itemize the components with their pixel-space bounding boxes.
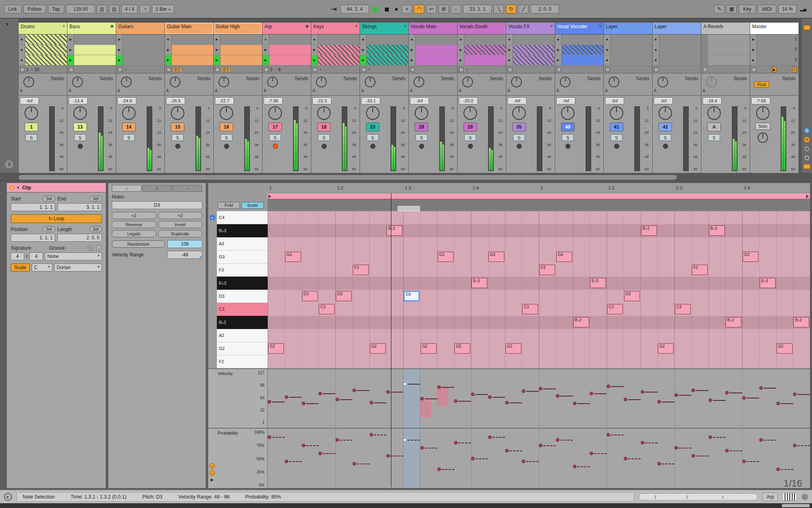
solo-button[interactable]: S (659, 134, 671, 141)
send-a-knob[interactable] (170, 77, 180, 87)
volume-display[interactable]: -26.5 (166, 97, 185, 104)
stop-all-clips-button[interactable] (508, 67, 512, 72)
probability-dot[interactable] (691, 454, 695, 458)
clip-slot[interactable]: ■ (653, 55, 701, 65)
scrub-bar[interactable] (268, 193, 810, 199)
probability-dot[interactable] (556, 438, 559, 442)
probability-label[interactable]: Probability (218, 431, 238, 435)
solo-button[interactable]: S (269, 134, 281, 141)
back-to-arrangement-icon[interactable]: ▶ (772, 67, 777, 72)
clip-end-field[interactable]: 3. 1. 1 (57, 203, 102, 211)
velocity-dot[interactable] (420, 397, 424, 400)
solo-cue-badge[interactable]: S (804, 127, 810, 134)
velocity-dot[interactable] (691, 389, 695, 392)
clip-slot[interactable]: ▶ (67, 35, 116, 44)
velocity-dot[interactable] (539, 387, 542, 391)
automation-arm-icon[interactable]: ◠ (414, 5, 424, 13)
re-enable-automation-icon[interactable]: ↩ (426, 5, 437, 13)
clip-slot-body[interactable] (318, 45, 360, 55)
clip-slot[interactable]: ■ (506, 35, 555, 44)
clip-empty-icon[interactable] (701, 45, 708, 55)
clip-stop-icon[interactable]: ■ (360, 35, 367, 44)
io-show-icon[interactable] (803, 25, 810, 30)
midi-note-g2[interactable]: G2 (370, 343, 386, 354)
clip-slot[interactable] (701, 55, 750, 65)
midi-note-b-3[interactable]: B♭3 (387, 225, 402, 236)
stop-all-clips-button[interactable] (313, 67, 317, 72)
clip-slot-body[interactable] (513, 35, 555, 44)
midi-note-f3[interactable]: F3 (353, 265, 369, 275)
solo-button[interactable]: S (220, 134, 232, 141)
solo-button[interactable]: S (513, 134, 525, 141)
clip-slot-body[interactable] (464, 55, 506, 65)
clip-slot[interactable]: ▶ (311, 55, 360, 65)
midi-note-b-2[interactable]: B♭2 (573, 317, 589, 327)
velocity-dot[interactable] (268, 400, 271, 404)
probability-dot[interactable] (725, 449, 729, 452)
loop-length-display[interactable]: 2. 0. 0 (530, 5, 559, 13)
tab-notes[interactable]: ♪ (112, 185, 142, 192)
track-header-vocals-fx[interactable]: Vocals FX≡ (506, 23, 555, 35)
velocity-editor[interactable] (268, 369, 810, 428)
velocity-dot[interactable] (725, 391, 729, 394)
set-end-button[interactable]: Set (90, 196, 102, 202)
volume-display[interactable]: -7.96 (264, 97, 283, 104)
velocity-dot[interactable] (776, 402, 780, 405)
stop-all-clips-button[interactable] (410, 67, 415, 72)
clip-slot-body[interactable] (513, 55, 555, 65)
session-record-icon[interactable]: ○ (451, 5, 461, 13)
volume-display[interactable]: -Inf (605, 97, 624, 104)
punch-in-icon[interactable]: ╲ (494, 5, 504, 13)
scale-name-select[interactable]: Dorian▾ (54, 264, 102, 271)
midi-note-g3[interactable]: G3 (743, 252, 758, 262)
clip-slot-body[interactable] (74, 45, 116, 55)
track-header-strings[interactable]: Strings≡ (360, 23, 408, 35)
clip-slot-body[interactable] (464, 35, 506, 44)
clip-slot-body[interactable] (123, 55, 165, 65)
clip-playing-icon[interactable]: ▶ (67, 55, 74, 65)
groove-commit-icon[interactable]: ↻ (88, 245, 94, 251)
clip-launch-icon[interactable]: ▶ (311, 45, 318, 55)
clip-stop-icon[interactable]: ■ (653, 55, 659, 65)
clip-launch-icon[interactable]: ▶ (262, 45, 269, 55)
track-header-guitar-high[interactable]: Guitar High (214, 23, 262, 35)
record-arm-button[interactable] (468, 144, 473, 149)
send-a-knob[interactable] (462, 77, 473, 87)
track-number[interactable]: 17 (268, 123, 282, 131)
clip-stop-icon[interactable]: ■ (311, 35, 318, 44)
piano-key-c3[interactable]: C3 (217, 303, 268, 316)
velocity-dot[interactable] (674, 393, 678, 397)
track-header-drums[interactable]: Drums≡ (19, 23, 67, 35)
track-header-guitars[interactable]: Guitars (116, 23, 165, 35)
clip-slot-body[interactable] (659, 45, 701, 55)
clip-slot-body[interactable] (172, 55, 213, 65)
clip-launch-icon[interactable]: ▶ (165, 45, 172, 55)
clip-slot[interactable] (701, 35, 750, 44)
probability-dot[interactable] (539, 444, 542, 447)
probability-dot[interactable] (335, 438, 339, 442)
velocity-dot[interactable] (454, 399, 458, 403)
velocity-dot[interactable] (793, 393, 797, 396)
midi-note-e-3[interactable]: E♭3 (471, 278, 487, 288)
returns-badge[interactable]: R (804, 137, 810, 143)
horizontal-scrollbar[interactable] (0, 173, 812, 181)
clip-launch-icon[interactable]: ▶ (750, 55, 757, 65)
send-a-knob[interactable] (511, 77, 522, 87)
probability-dot[interactable] (607, 433, 610, 437)
send-a-knob[interactable] (657, 77, 668, 87)
cpu-meter[interactable]: 14 % (778, 5, 796, 13)
clip-launch-icon[interactable]: ▶ (458, 45, 464, 55)
probability-dot[interactable] (522, 460, 525, 463)
probability-dot[interactable] (370, 433, 373, 437)
signature-numerator-field[interactable]: 4 (11, 252, 24, 260)
clip-slot[interactable]: ▶ (360, 55, 408, 65)
loop-toggle-button[interactable]: ↻ Loop (11, 214, 102, 223)
midi-note-d3[interactable]: D3 (302, 291, 318, 301)
track-number[interactable]: 41 (610, 123, 623, 131)
half-time-button[interactable]: ÷2 (112, 212, 156, 219)
probability-dot[interactable] (590, 452, 593, 455)
clip-stop-icon[interactable]: ■ (604, 45, 611, 55)
sends-badge[interactable]: ● (804, 155, 810, 161)
pan-knob[interactable] (561, 106, 575, 120)
stop-all-clips-button[interactable] (362, 67, 366, 72)
